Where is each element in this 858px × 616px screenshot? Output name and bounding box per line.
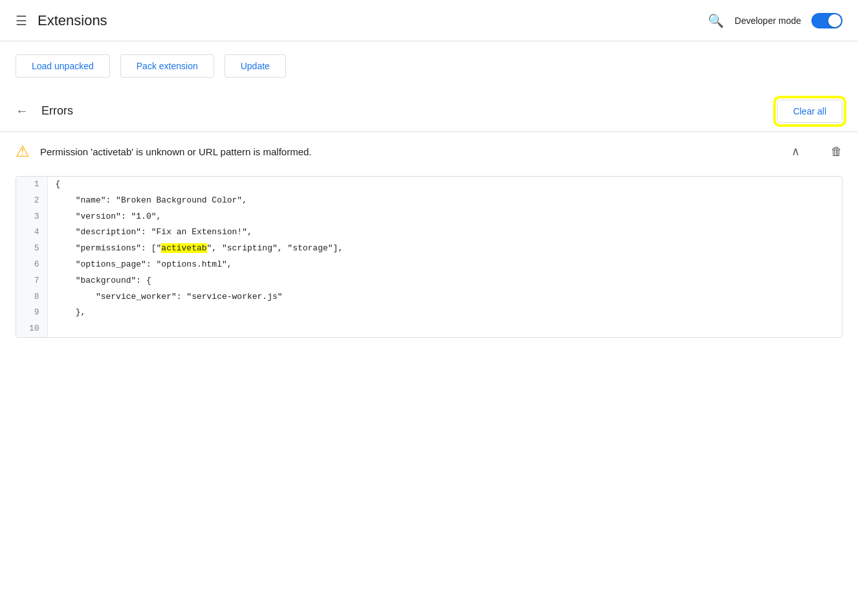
table-row: 4 "description": "Fix an Extension!", — [16, 225, 842, 241]
code-table: 1{2 "name": "Broken Background Color",3 … — [16, 177, 842, 337]
table-row: 9 }, — [16, 305, 842, 321]
chevron-up-icon[interactable]: ∧ — [791, 144, 800, 159]
table-row: 7 "background": { — [16, 273, 842, 289]
error-header: ⚠ Permission 'activetab' is unknown or U… — [16, 142, 842, 168]
back-arrow-icon[interactable]: ← — [16, 104, 28, 118]
line-number: 8 — [16, 289, 47, 305]
page-title: Extensions — [38, 12, 708, 29]
line-number: 5 — [16, 241, 47, 257]
line-number: 10 — [16, 321, 47, 337]
line-code: "background": { — [47, 273, 842, 289]
load-unpacked-button[interactable]: Load unpacked — [16, 54, 110, 78]
line-code: "name": "Broken Background Color", — [47, 193, 842, 209]
line-number: 4 — [16, 225, 47, 241]
line-code: { — [47, 177, 842, 193]
toggle-knob — [828, 14, 841, 27]
line-number: 3 — [16, 209, 47, 225]
line-code: }, — [47, 305, 842, 321]
line-number: 2 — [16, 193, 47, 209]
line-number: 1 — [16, 177, 47, 193]
page-header: ☰ Extensions 🔍 Developer mode — [0, 0, 858, 41]
line-code: "description": "Fix an Extension!", — [47, 225, 842, 241]
line-code: "version": "1.0", — [47, 209, 842, 225]
line-code: "permissions": ["activetab", "scripting"… — [47, 241, 842, 257]
menu-icon[interactable]: ☰ — [16, 13, 27, 28]
errors-bar: ← Errors Clear all — [0, 91, 858, 132]
code-block: 1{2 "name": "Broken Background Color",3 … — [16, 176, 842, 338]
trash-icon[interactable]: 🗑 — [831, 145, 842, 159]
errors-title: Errors — [41, 104, 777, 118]
error-section: ⚠ Permission 'activetab' is unknown or U… — [0, 132, 858, 348]
toolbar: Load unpacked Pack extension Update — [0, 41, 858, 91]
search-icon[interactable]: 🔍 — [708, 13, 724, 28]
line-number: 9 — [16, 305, 47, 321]
developer-mode-label: Developer mode — [734, 16, 801, 26]
line-code: "service_worker": "service-worker.js" — [47, 289, 842, 305]
highlighted-text: activetab — [161, 243, 206, 253]
table-row: 8 "service_worker": "service-worker.js" — [16, 289, 842, 305]
table-row: 6 "options_page": "options.html", — [16, 257, 842, 273]
line-number: 7 — [16, 273, 47, 289]
table-row: 10 — [16, 321, 842, 337]
table-row: 5 "permissions": ["activetab", "scriptin… — [16, 241, 842, 257]
table-row: 2 "name": "Broken Background Color", — [16, 193, 842, 209]
developer-mode-toggle[interactable] — [811, 13, 842, 28]
line-code — [47, 321, 842, 337]
table-row: 1{ — [16, 177, 842, 193]
update-button[interactable]: Update — [225, 54, 286, 78]
clear-all-button[interactable]: Clear all — [777, 100, 842, 123]
header-right: 🔍 Developer mode — [708, 13, 842, 28]
pack-extension-button[interactable]: Pack extension — [120, 54, 214, 78]
line-number: 6 — [16, 257, 47, 273]
table-row: 3 "version": "1.0", — [16, 209, 842, 225]
error-message: Permission 'activetab' is unknown or URL… — [40, 146, 791, 157]
line-code: "options_page": "options.html", — [47, 257, 842, 273]
warning-icon: ⚠ — [16, 142, 30, 160]
